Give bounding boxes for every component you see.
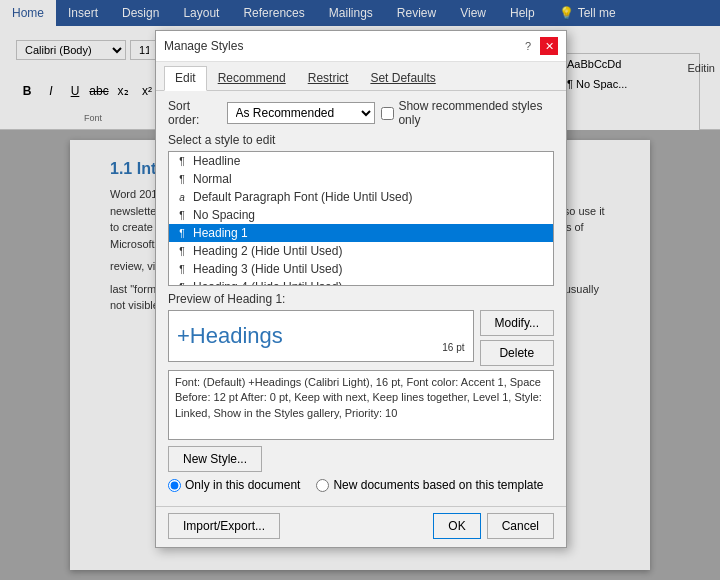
list-item-default-para-font[interactable]: a Default Paragraph Font (Hide Until Use… — [169, 188, 553, 206]
radio-row: Only in this document New documents base… — [168, 478, 554, 492]
delete-button[interactable]: Delete — [480, 340, 554, 366]
preview-pt: 16 pt — [442, 342, 464, 357]
modify-button[interactable]: Modify... — [480, 310, 554, 336]
close-button[interactable]: ✕ — [540, 37, 558, 55]
dialog-body: Sort order: As Recommended Alphabetical … — [156, 91, 566, 506]
para-icon: ¶ — [175, 228, 189, 239]
show-recommended-checkbox-label[interactable]: Show recommended styles only — [381, 99, 554, 127]
tab-recommend[interactable]: Recommend — [207, 66, 297, 90]
style-name-normal: Normal — [193, 172, 232, 186]
radio-new-documents-input[interactable] — [316, 479, 329, 492]
style-name-heading2: Heading 2 (Hide Until Used) — [193, 244, 342, 258]
list-item-normal[interactable]: ¶ Normal — [169, 170, 553, 188]
manage-styles-dialog: Manage Styles ? ✕ Edit Recommend Restric… — [155, 30, 567, 548]
tab-restrict[interactable]: Restrict — [297, 66, 360, 90]
new-style-row: New Style... — [168, 446, 554, 472]
para-icon: ¶ — [175, 210, 189, 221]
list-item-headline[interactable]: ¶ Headline — [169, 152, 553, 170]
modal-overlay: Manage Styles ? ✕ Edit Recommend Restric… — [0, 0, 720, 580]
tab-edit[interactable]: Edit — [164, 66, 207, 91]
char-icon: a — [175, 192, 189, 203]
sort-order-select[interactable]: As Recommended Alphabetical By Type — [227, 102, 376, 124]
para-icon: ¶ — [175, 174, 189, 185]
style-name-headline: Headline — [193, 154, 240, 168]
radio-new-documents[interactable]: New documents based on this template — [316, 478, 543, 492]
list-item-heading3[interactable]: ¶ Heading 3 (Hide Until Used) — [169, 260, 553, 278]
style-name-heading3: Heading 3 (Hide Until Used) — [193, 262, 342, 276]
para-icon: ¶ — [175, 156, 189, 167]
radio-this-document-label: Only in this document — [185, 478, 300, 492]
cancel-button[interactable]: Cancel — [487, 513, 554, 539]
show-recommended-label: Show recommended styles only — [398, 99, 554, 127]
para-icon: ¶ — [175, 282, 189, 287]
sort-row: Sort order: As Recommended Alphabetical … — [168, 99, 554, 127]
preview-action-buttons: Modify... Delete — [480, 310, 554, 366]
show-recommended-checkbox[interactable] — [381, 107, 394, 120]
description-box: Font: (Default) +Headings (Calibri Light… — [168, 370, 554, 440]
description-text: Font: (Default) +Headings (Calibri Light… — [175, 376, 542, 419]
ok-button[interactable]: OK — [433, 513, 480, 539]
list-item-heading2[interactable]: ¶ Heading 2 (Hide Until Used) — [169, 242, 553, 260]
style-name-no-spacing: No Spacing — [193, 208, 255, 222]
new-style-button[interactable]: New Style... — [168, 446, 262, 472]
dialog-bottom-buttons: Import/Export... OK Cancel — [156, 506, 566, 547]
preview-label: Preview of Heading 1: — [168, 292, 554, 306]
list-item-heading4[interactable]: ¶ Heading 4 (Hide Until Used) — [169, 278, 553, 286]
para-icon: ¶ — [175, 246, 189, 257]
ok-cancel-group: OK Cancel — [433, 513, 554, 539]
preview-box: +Headings 16 pt — [168, 310, 474, 362]
select-style-label: Select a style to edit — [168, 133, 554, 147]
styles-listbox[interactable]: ¶ Headline ¶ Normal a Default Paragraph … — [168, 151, 554, 286]
list-item-no-spacing[interactable]: ¶ No Spacing — [169, 206, 553, 224]
dialog-title: Manage Styles — [164, 39, 243, 53]
style-name-default-para-font: Default Paragraph Font (Hide Until Used) — [193, 190, 412, 204]
style-name-heading1: Heading 1 — [193, 226, 248, 240]
radio-this-document[interactable]: Only in this document — [168, 478, 300, 492]
dialog-controls: ? ✕ — [520, 37, 558, 55]
style-name-heading4: Heading 4 (Hide Until Used) — [193, 280, 342, 286]
para-icon: ¶ — [175, 264, 189, 275]
import-export-button[interactable]: Import/Export... — [168, 513, 280, 539]
sort-label: Sort order: — [168, 99, 221, 127]
preview-heading-text: +Headings — [177, 323, 283, 349]
list-item-heading1[interactable]: ¶ Heading 1 — [169, 224, 553, 242]
dialog-titlebar: Manage Styles ? ✕ — [156, 31, 566, 62]
dialog-tabs: Edit Recommend Restrict Set Defaults — [156, 62, 566, 91]
radio-this-document-input[interactable] — [168, 479, 181, 492]
help-button[interactable]: ? — [520, 38, 536, 54]
radio-new-documents-label: New documents based on this template — [333, 478, 543, 492]
tab-set-defaults[interactable]: Set Defaults — [359, 66, 446, 90]
